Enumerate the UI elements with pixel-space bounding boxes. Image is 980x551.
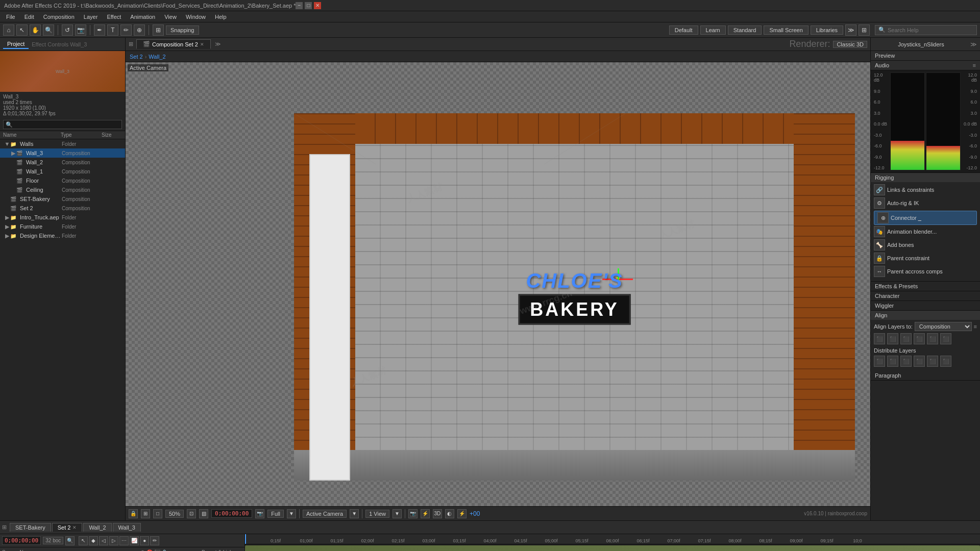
vc-fit-btn[interactable]: ⊡ — [187, 509, 196, 518]
tl-tab-wall2[interactable]: Wall_2 — [83, 523, 111, 532]
vc-cam-btn[interactable]: 📷 — [255, 509, 264, 518]
dist-center-h-btn[interactable]: ⬛ — [887, 356, 898, 367]
workspace-small-screen[interactable]: Small Screen — [764, 26, 808, 35]
align-center-h-btn[interactable]: ⬛ — [887, 333, 898, 344]
vc-expand-btn[interactable]: ▼ — [287, 509, 296, 518]
vc-grid-btn[interactable]: ⊞ — [141, 509, 150, 518]
time-ruler[interactable]: 0;15f 01;00f 01;15f 02;00f 02;15f 03;00f… — [245, 534, 980, 544]
character-row[interactable]: Character — [871, 291, 980, 301]
vc-zoom-level[interactable]: 50% — [165, 510, 184, 518]
tc-motion-btn[interactable]: ● — [140, 536, 149, 545]
rigging-header[interactable]: Rigging — [871, 173, 980, 182]
tc-graph-btn[interactable]: 📈 — [130, 536, 139, 545]
connector-label[interactable]: Connector _ — [891, 215, 973, 221]
renderer-classic3d[interactable]: Classic 3D — [833, 41, 867, 48]
tc-key-btn[interactable]: ◆ — [89, 536, 98, 545]
vc-res-btn[interactable]: ▧ — [199, 509, 208, 518]
text-tool[interactable]: T — [107, 24, 118, 36]
vc-view-label[interactable]: 1 View — [365, 510, 389, 518]
snapping-label[interactable]: Snapping — [166, 26, 199, 35]
vc-snapshot[interactable]: 📷 — [408, 509, 418, 518]
rotate-tool[interactable]: ↺ — [62, 24, 73, 36]
timeline-timecode[interactable]: 0;00;00;00 — [2, 536, 41, 545]
breadcrumb-set2[interactable]: Set 2 — [130, 54, 143, 60]
vc-safe-btn[interactable]: □ — [153, 509, 162, 518]
parent-across-label[interactable]: Parent accross comps — [887, 268, 977, 274]
vc-camera-expand[interactable]: ▼ — [350, 509, 359, 518]
tc-search-btn[interactable]: 🔍 — [65, 536, 75, 545]
tree-item-furniture[interactable]: ▶ 📁 Furniture Folder — [0, 222, 125, 231]
align-to-select[interactable]: Composition — [915, 322, 972, 331]
animation-blender-icon[interactable]: 🎭 — [874, 226, 885, 237]
tl-tab-set-bakery[interactable]: SET-Bakery — [10, 523, 51, 532]
arrow-furniture[interactable]: ▶ — [4, 223, 10, 230]
breadcrumb-wall2[interactable]: Wall_2 — [149, 54, 165, 60]
dist-bottom-btn[interactable]: ⬛ — [940, 356, 951, 367]
playhead[interactable] — [245, 534, 246, 544]
menu-help[interactable]: Help — [211, 13, 231, 21]
select-tool[interactable]: ↖ — [16, 24, 28, 36]
comp-tab-close[interactable]: ✕ — [200, 42, 204, 47]
comp-tab-set2[interactable]: 🎬 Composition Set 2 ✕ — [136, 39, 211, 49]
composition-viewport[interactable]: CHLOE'S BAKERY 人人素材 www.rrcg.cn 人人素材 人人素… — [126, 62, 870, 506]
effects-presets-row[interactable]: Effects & Presets — [871, 282, 980, 291]
parent-constraint-label[interactable]: Parent constraint — [887, 255, 977, 261]
dist-center-v-btn[interactable]: ⬛ — [927, 356, 938, 367]
menu-effect[interactable]: Effect — [103, 13, 125, 21]
snapping-toggle[interactable]: ⊞ — [153, 24, 164, 36]
project-search-bar[interactable] — [0, 118, 125, 131]
tree-item-floor[interactable]: 🎬 Floor Composition — [0, 176, 125, 185]
tc-paint-btn[interactable]: ✏ — [150, 536, 159, 545]
align-expand-icon[interactable]: ≡ — [974, 323, 977, 330]
audio-expand[interactable]: ≡ — [973, 62, 976, 68]
project-search-input[interactable] — [3, 120, 122, 129]
search-help-input[interactable] — [888, 27, 973, 33]
workspace-default[interactable]: Default — [669, 26, 698, 35]
tree-item-walls[interactable]: ▼ 📁 Walls Folder — [0, 139, 125, 148]
tree-item-wall1[interactable]: 🎬 Wall_1 Composition — [0, 167, 125, 176]
align-left-btn[interactable]: ⬛ — [874, 333, 885, 344]
align-right-btn[interactable]: ⬛ — [900, 333, 912, 344]
menu-layer[interactable]: Layer — [80, 13, 102, 21]
tl-tab-set2[interactable]: Set 2 ✕ — [52, 523, 83, 532]
arrow-walls[interactable]: ▼ — [4, 141, 10, 147]
joysticks-expand[interactable]: ≫ — [970, 41, 977, 48]
add-bones-label[interactable]: Add bones — [887, 242, 977, 248]
workspace-learn[interactable]: Learn — [700, 26, 726, 35]
auto-rig-icon[interactable]: ⚙ — [874, 197, 885, 209]
workspace-grid[interactable]: ⊞ — [859, 24, 870, 36]
arrow-intro-truck[interactable]: ▶ — [4, 214, 10, 221]
tc-select-btn[interactable]: ↖ — [79, 536, 88, 545]
tree-item-intro-truck[interactable]: ▶ 📁 Intro_Truck.aep Folder — [0, 213, 125, 222]
camera-tool[interactable]: 📷 — [75, 24, 86, 36]
tl-tab-wall3[interactable]: Wall_3 — [113, 523, 141, 532]
tc-next-key[interactable]: ▷ — [109, 536, 118, 545]
tree-item-wall3[interactable]: ▶ 🎬 Wall_3 Composition — [0, 148, 125, 158]
vc-quality-full[interactable]: Full — [267, 510, 284, 518]
dist-right-btn[interactable]: ⬛ — [900, 356, 912, 367]
tl-tab-set2-close[interactable]: ✕ — [72, 525, 77, 530]
align-top-btn[interactable]: ⬛ — [914, 333, 925, 344]
links-icon[interactable]: 🔗 — [874, 184, 885, 195]
track-wall2[interactable] — [245, 544, 980, 551]
animation-blender-label[interactable]: Animation blender... — [887, 229, 977, 235]
tree-item-set2[interactable]: 🎬 Set 2 Composition — [0, 204, 125, 213]
tab-project[interactable]: Project — [3, 40, 29, 49]
brush-tool[interactable]: ✏ — [120, 24, 132, 36]
tc-prev-key[interactable]: ◁ — [99, 536, 108, 545]
zoom-tool[interactable]: 🔍 — [43, 24, 54, 36]
menu-window[interactable]: Window — [182, 13, 210, 21]
workspace-standard[interactable]: Standard — [728, 26, 762, 35]
vc-view-expand[interactable]: ▼ — [393, 509, 402, 518]
vc-draft[interactable]: ⚡ — [457, 509, 467, 518]
add-bones-icon[interactable]: 🦴 — [874, 239, 885, 251]
tree-item-set-bakery[interactable]: 🎬 SET-Bakery Composition — [0, 194, 125, 204]
hand-tool[interactable]: ✋ — [30, 24, 41, 36]
close-button[interactable]: ✕ — [314, 2, 321, 9]
wiggler-row[interactable]: Wiggler — [871, 301, 980, 311]
align-bottom-btn[interactable]: ⬛ — [940, 333, 951, 344]
arrow-wall3[interactable]: ▶ — [10, 150, 16, 157]
vc-timecode[interactable]: 0;00;00;00 — [211, 509, 252, 518]
tc-ease-btn[interactable]: ⋯ — [119, 536, 129, 545]
menu-composition[interactable]: Composition — [39, 13, 79, 21]
